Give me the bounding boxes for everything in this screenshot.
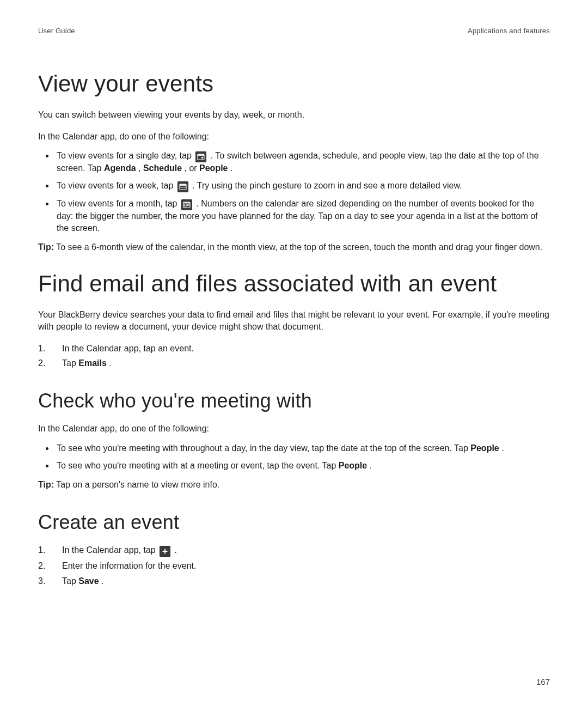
plus-icon: [160, 546, 170, 557]
bold-people: People: [470, 443, 499, 453]
svg-rect-2: [201, 157, 203, 159]
bold-agenda: Agenda: [104, 163, 136, 173]
text: .: [175, 545, 177, 555]
page-number: 167: [536, 677, 550, 687]
running-header: User Guide Applications and features: [38, 26, 550, 36]
text: . Try using the pinch gesture to zoom in…: [192, 181, 462, 190]
svg-rect-21: [163, 551, 168, 552]
check-who-tip: Tip: Tap on a person's name to view more…: [38, 479, 550, 491]
heading-create-event: Create an event: [38, 509, 550, 536]
view-events-bullets: To view events for a single day, tap . T…: [38, 150, 550, 234]
svg-rect-18: [184, 206, 185, 207]
svg-rect-1: [198, 154, 204, 156]
list-item: To see who you're meeting with at a meet…: [54, 460, 550, 472]
header-right: Applications and features: [468, 26, 550, 36]
find-email-intro: Your BlackBerry device searches your dat…: [38, 309, 550, 332]
svg-rect-5: [180, 187, 181, 188]
svg-rect-9: [183, 202, 190, 203]
svg-rect-6: [182, 187, 183, 188]
text: Tap: [62, 358, 78, 368]
week-icon: [177, 181, 188, 192]
bold-people: People: [199, 163, 228, 173]
svg-rect-15: [186, 205, 187, 206]
text: Tap: [62, 576, 78, 586]
heading-find-email: Find email and files associated with an …: [38, 269, 550, 300]
svg-rect-7: [184, 187, 185, 188]
bold-schedule: Schedule: [143, 163, 182, 173]
tip-label: Tip:: [38, 480, 54, 489]
heading-check-who: Check who you're meeting with: [38, 388, 550, 415]
tip-text: Tap on a person's name to view more info…: [54, 480, 219, 489]
text: .: [109, 358, 111, 368]
document-page: User Guide Applications and features Vie…: [0, 0, 588, 706]
svg-rect-10: [184, 204, 185, 204]
create-event-steps: In the Calendar app, tap . Enter the inf…: [38, 544, 550, 587]
list-item: Enter the information for the event.: [38, 560, 550, 572]
text: To see who you're meeting with throughou…: [57, 443, 470, 453]
text: ,: [138, 163, 143, 173]
svg-rect-12: [187, 204, 188, 204]
svg-rect-4: [180, 184, 186, 186]
svg-rect-14: [184, 205, 185, 206]
text: To see who you're meeting with at a meet…: [57, 461, 339, 470]
find-email-steps: In the Calendar app, tap an event. Tap E…: [38, 343, 550, 369]
text: .: [501, 443, 504, 453]
list-item: In the Calendar app, tap an event.: [38, 343, 550, 355]
svg-rect-13: [188, 204, 189, 204]
text: .: [370, 461, 372, 470]
svg-rect-19: [186, 206, 187, 207]
heading-view-events: View your events: [38, 69, 550, 100]
view-events-precondition: In the Calendar app, do one of the follo…: [38, 131, 550, 143]
text: Enter the information for the event.: [62, 561, 196, 570]
text: .: [230, 163, 232, 173]
tip-text: To see a 6-month view of the calendar, i…: [54, 242, 542, 252]
text: In the Calendar app, tap: [62, 545, 158, 555]
text: To view events for a single day, tap: [57, 151, 194, 160]
svg-rect-16: [187, 205, 188, 206]
list-item: In the Calendar app, tap .: [38, 544, 550, 557]
view-events-intro: You can switch between viewing your even…: [38, 109, 550, 121]
list-item: Tap Save .: [38, 575, 550, 587]
svg-rect-17: [188, 205, 189, 206]
bold-emails: Emails: [78, 358, 107, 368]
check-who-precondition: In the Calendar app, do one of the follo…: [38, 423, 550, 435]
month-icon: [181, 199, 192, 210]
list-item: To view events for a single day, tap . T…: [54, 150, 550, 174]
text: To view events for a week, tap: [57, 181, 176, 190]
bold-save: Save: [78, 576, 99, 586]
text: In the Calendar app, tap an event.: [62, 344, 194, 353]
list-item: To view events for a week, tap . Try usi…: [54, 180, 550, 192]
svg-rect-11: [186, 204, 187, 204]
view-events-tip: Tip: To see a 6-month view of the calend…: [38, 241, 550, 253]
list-item: To see who you're meeting with throughou…: [54, 442, 550, 454]
header-left: User Guide: [38, 26, 75, 36]
bold-people: People: [339, 461, 367, 470]
text: , or: [184, 163, 199, 173]
list-item: Tap Emails .: [38, 357, 550, 369]
check-who-bullets: To see who you're meeting with throughou…: [38, 442, 550, 471]
tip-label: Tip:: [38, 242, 54, 252]
list-item: To view events for a month, tap . Number…: [54, 198, 550, 234]
text: To view events for a month, tap: [57, 199, 180, 208]
text: .: [101, 576, 103, 586]
day-icon: [195, 151, 206, 162]
